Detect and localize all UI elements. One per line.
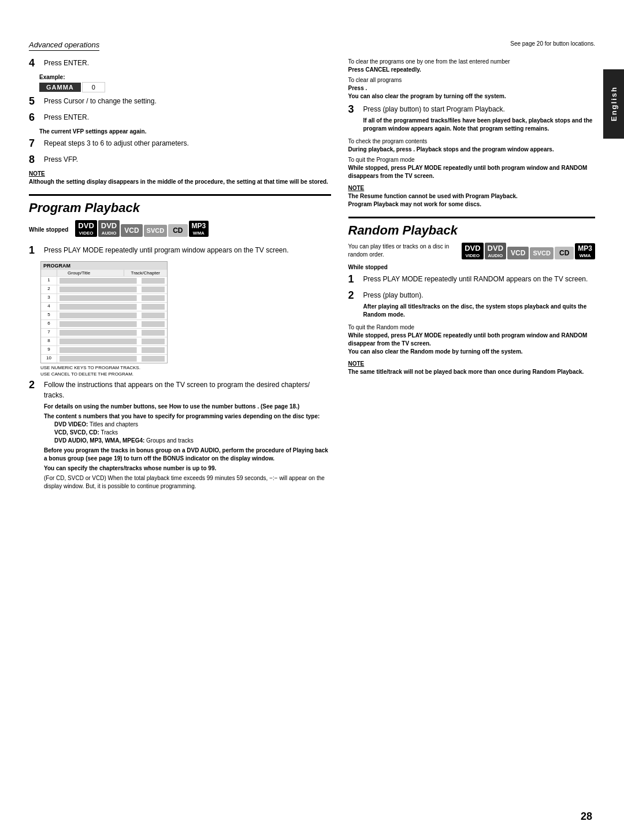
prog-bar-8b [142,339,165,344]
top-header: Advanced operations See page 20 for butt… [29,40,595,51]
prog-bar-9a [60,347,137,353]
s3-bold-b: If all of the programmed tracks/files ha… [363,117,593,132]
prog-num-1: 1 [41,277,57,285]
step-5-text: Press Cursor / to change the setting. [44,96,157,106]
badge-dvd-top-r: DVD [465,244,480,253]
prog-row-5: 5 [41,311,167,319]
step-5-num: 5 [29,96,42,107]
note-text-random-b: The same title/track will not be played … [348,369,584,375]
s2-bold2-b: The content s numbers that you have to s… [44,413,320,419]
program-caption: USE NUMERIC KEYS TO PROGRAM TRACKS. USE … [40,365,331,377]
check-program-label: To check the program contents [348,138,428,144]
random-step-2-main: Press (play button). [363,291,424,299]
step-8: 8 Press VFP. [29,154,331,166]
badge-dvd-bot: VIDEO [79,231,94,236]
left-column: 4 Press ENTER. Example: GAMMA 0 5 Press … [29,58,331,495]
prog-col-grouptitle: Group/Title [57,270,124,276]
s2-bold2: The content s numbers that you have to s… [44,412,331,421]
prog-bar-8a [60,339,137,344]
clear-all-label: To clear all programs [348,77,402,83]
badge-cd: CD [168,224,187,237]
note-text-right: The Resume function cannot be used with … [348,192,596,209]
s2-vcd-label: VCD, SVCD, CD: [54,429,99,436]
prog-num-9: 9 [41,346,57,354]
random-playback-title: Random Playback [348,223,596,238]
badge-cd-r: CD [555,247,574,259]
s2-bold4: You can specify the chapters/tracks whos… [44,464,331,473]
badge-svcd-r: SVCD [530,247,554,259]
step-4-num: 4 [29,58,42,69]
disc-badges-program: DVD VIDEO DVD AUDIO VCD SVCD CD MP3 WMA [75,220,209,237]
s2-bold3-b: Before you program the tracks in bonus g… [44,447,328,462]
note-block-left: NOTE Although the setting display disapp… [29,170,331,186]
badge-mp3-bot-r: WMA [580,253,591,259]
prog-row-3: 3 [41,293,167,302]
prog-bar-1b [142,278,165,284]
program-step-2: 2 Follow the instructions that appears o… [29,380,331,490]
random-disc-text: You can play titles or tracks on a disc … [348,243,458,259]
disc-badges-random: DVD VIDEO DVD AUDIO VCD SVCD CD MP3 WMA [462,243,595,259]
page-number: 28 [581,811,592,823]
main-content: Advanced operations See page 20 for butt… [0,23,624,817]
random-step-2-text: Press (play button). After playing all t… [363,290,596,319]
prog-num-7: 7 [41,329,57,337]
s2-vcd-val: Tracks [101,429,118,436]
prog-bar-1a [60,278,137,284]
s2-dvdaudio-val: Groups and tracks [146,437,194,444]
s2-dvdaudio-label: DVD AUDIO, MP3, WMA, MPEG4: [54,437,144,444]
program-step-3-num: 3 [348,104,361,116]
step-5: 5 Press Cursor / to change the setting. [29,96,331,107]
badge-dvd-video-r: DVD VIDEO [462,243,483,259]
check-program-wrap: To check the program contents During pla… [348,137,596,154]
s2-bold1: For details on using the number buttons,… [44,403,331,411]
random-s2-bold: After playing all titles/tracks on the d… [363,303,596,319]
prog-bar-4b [142,304,165,310]
step-6-num: 6 [29,112,42,124]
see-page-note: See page 20 for button locations. [510,40,595,47]
while-stopped-row: While stopped DVD VIDEO DVD AUDIO VCD SV… [29,220,331,241]
prog-num-6: 6 [41,320,57,328]
advanced-operations-label: Advanced operations [29,40,99,51]
step-6-text: Press ENTER. [44,112,89,122]
prog-col-track: Track/Chapter [124,270,167,276]
badge-dvd-video: DVD VIDEO [75,220,96,237]
press-dot: Press . [348,85,367,91]
prog-bar-6b [142,321,165,327]
prog-bar-7a [60,330,137,336]
note-label-right: NOTE [348,185,596,191]
quit-program-label: To quit the Program mode [348,157,415,163]
gamma-row: GAMMA 0 [39,82,331,92]
note-label-left: NOTE [29,170,331,177]
random-playback-divider [348,217,596,218]
s2-dvdaudio: DVD AUDIO, MP3, WMA, MPEG4: Groups and t… [54,437,331,445]
two-col-layout: 4 Press ENTER. Example: GAMMA 0 5 Press … [29,58,595,495]
s2-bold5-text: (For CD, SVCD or VCD) When the total pla… [44,475,325,489]
press-cancel: Press CANCEL repeatedly. [348,66,421,73]
prog-bar-10a [60,356,137,362]
step-4-text: Press ENTER. [44,58,89,68]
program-step-1: 1 Press PLAY MODE repeatedly until progr… [29,245,331,257]
program-step-2-detail: For details on using the number buttons,… [44,403,331,490]
prog-bar-2a [60,287,137,292]
program-caption-1: USE NUMERIC KEYS TO PROGRAM TRACKS. [40,365,331,371]
right-column: To clear the programs one by one from th… [348,58,596,495]
gamma-cell: GAMMA [39,83,81,92]
random-s2-bold-b: After playing all titles/tracks on the d… [363,303,587,318]
prog-row-1: 1 [41,276,167,285]
s2-dvd-video-val: Titles and chapters [90,421,138,428]
random-step-1-num: 1 [348,274,361,285]
program-playback-divider [29,194,331,196]
quit-random-bold1: While stopped, press PLAY MODE repeatedl… [348,332,588,347]
badge-svcd: SVCD [144,225,168,237]
prog-row-7: 7 [41,328,167,337]
program-table-header: PROGRAM [41,262,167,270]
clear-all-note: To clear all programs Press . You can al… [348,76,596,101]
prog-bar-4a [60,304,137,310]
prog-num-8: 8 [41,337,57,345]
quit-program-bold: While stopped, press PLAY MODE repeatedl… [348,165,588,179]
note-text-random: The same title/track will not be played … [348,368,596,376]
program-step-3-text: Press (play button) to start Program Pla… [363,104,596,133]
program-table-cols: Group/Title Track/Chapter [41,270,167,276]
program-table: PROGRAM Group/Title Track/Chapter 1 [40,261,168,363]
quit-random-bold2: You can also clear the Random mode by tu… [348,348,523,355]
